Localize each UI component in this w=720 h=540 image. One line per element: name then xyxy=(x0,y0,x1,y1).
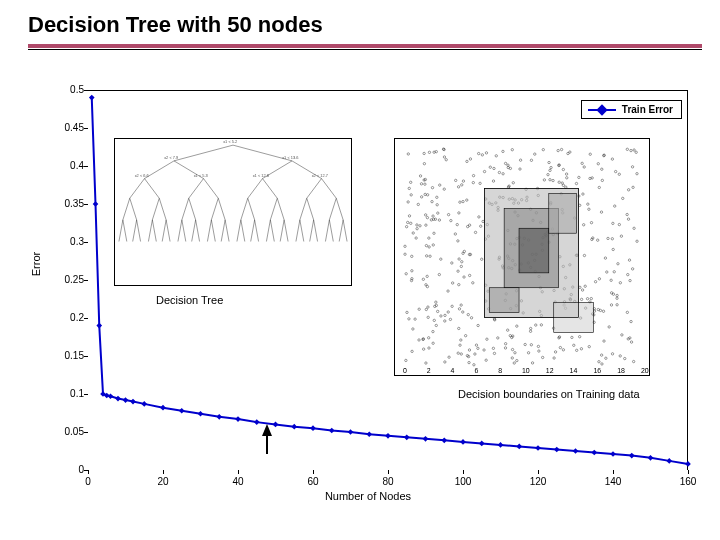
svg-point-382 xyxy=(481,258,483,260)
svg-line-63 xyxy=(270,198,277,220)
svg-point-308 xyxy=(428,246,430,248)
svg-point-296 xyxy=(477,324,479,326)
svg-rect-5 xyxy=(108,393,114,399)
svg-point-500 xyxy=(598,278,600,280)
svg-point-538 xyxy=(636,240,638,242)
svg-point-492 xyxy=(524,343,526,345)
x-tick-label: 100 xyxy=(455,476,472,487)
inset-tree-diagram: x1 < 5.2x2 < 7.9x1 < 13.6x2 < 6.6x1 < 5.… xyxy=(114,138,352,286)
svg-rect-16 xyxy=(273,422,279,428)
svg-point-327 xyxy=(425,244,427,246)
svg-point-427 xyxy=(597,163,599,165)
x-tick xyxy=(463,470,464,474)
svg-line-88 xyxy=(255,220,259,242)
svg-point-174 xyxy=(550,166,552,168)
svg-point-249 xyxy=(433,232,435,234)
svg-point-530 xyxy=(407,221,409,223)
svg-point-357 xyxy=(590,221,592,223)
svg-point-184 xyxy=(447,213,449,215)
svg-point-225 xyxy=(614,170,616,172)
svg-point-401 xyxy=(466,160,468,162)
svg-point-388 xyxy=(462,252,464,254)
svg-point-472 xyxy=(460,265,462,267)
x-axis-label: Number of Nodes xyxy=(48,490,688,502)
svg-rect-30 xyxy=(535,445,541,451)
svg-point-514 xyxy=(485,152,487,154)
svg-point-167 xyxy=(601,179,603,181)
svg-point-355 xyxy=(457,186,459,188)
svg-point-518 xyxy=(603,340,605,342)
svg-point-269 xyxy=(519,168,521,170)
svg-point-550 xyxy=(425,308,427,310)
svg-point-168 xyxy=(519,159,521,161)
x-tick-label: 120 xyxy=(530,476,547,487)
svg-text:x1 < 5.2: x1 < 5.2 xyxy=(223,139,237,144)
svg-point-555 xyxy=(489,166,491,168)
svg-point-438 xyxy=(562,349,564,351)
svg-point-543 xyxy=(428,151,430,153)
svg-line-55 xyxy=(152,198,159,220)
x-tick-label: 160 xyxy=(680,476,697,487)
svg-point-544 xyxy=(444,314,446,316)
svg-point-392 xyxy=(571,336,573,338)
svg-point-485 xyxy=(418,339,420,341)
svg-point-395 xyxy=(616,304,618,306)
svg-rect-15 xyxy=(254,419,260,425)
svg-point-301 xyxy=(587,203,589,205)
svg-line-100 xyxy=(343,220,347,242)
svg-point-526 xyxy=(448,356,450,358)
svg-text:6: 6 xyxy=(474,367,478,374)
svg-point-529 xyxy=(440,258,442,260)
inset-tree-label: Decision Tree xyxy=(154,294,225,306)
svg-point-511 xyxy=(457,240,459,242)
svg-rect-29 xyxy=(516,444,522,450)
svg-point-459 xyxy=(514,352,516,354)
svg-text:20: 20 xyxy=(641,367,649,374)
svg-point-320 xyxy=(474,231,476,233)
svg-point-483 xyxy=(618,173,620,175)
svg-point-165 xyxy=(423,152,425,154)
svg-rect-20 xyxy=(348,429,354,435)
svg-point-402 xyxy=(588,208,590,210)
svg-point-386 xyxy=(552,179,554,181)
svg-point-376 xyxy=(439,184,441,186)
svg-point-211 xyxy=(412,232,414,234)
svg-point-467 xyxy=(426,216,428,218)
svg-point-460 xyxy=(576,349,578,351)
svg-line-50 xyxy=(263,179,278,199)
svg-point-367 xyxy=(593,310,595,312)
svg-rect-6 xyxy=(115,396,121,402)
svg-line-74 xyxy=(152,220,156,242)
svg-text:x1 < 12.8: x1 < 12.8 xyxy=(253,173,270,178)
svg-point-129 xyxy=(422,348,424,350)
svg-rect-27 xyxy=(479,441,485,447)
svg-point-273 xyxy=(424,214,426,216)
x-tick xyxy=(388,470,389,474)
y-tick-label: 0.15 xyxy=(48,350,84,361)
svg-line-64 xyxy=(277,198,284,220)
svg-point-381 xyxy=(426,275,428,277)
svg-point-235 xyxy=(493,352,495,354)
svg-point-209 xyxy=(477,152,479,154)
svg-point-512 xyxy=(610,279,612,281)
svg-point-490 xyxy=(456,223,458,225)
svg-point-444 xyxy=(437,212,439,214)
svg-point-453 xyxy=(427,316,429,318)
svg-line-60 xyxy=(218,198,225,220)
svg-point-214 xyxy=(475,344,477,346)
svg-line-91 xyxy=(280,220,284,242)
y-tick-label: 0.5 xyxy=(48,84,84,95)
svg-point-554 xyxy=(612,248,614,250)
svg-line-85 xyxy=(237,220,241,242)
svg-line-93 xyxy=(296,220,300,242)
svg-rect-17 xyxy=(291,424,297,430)
svg-point-406 xyxy=(432,330,434,332)
svg-line-95 xyxy=(310,220,314,242)
svg-rect-34 xyxy=(610,451,616,457)
svg-line-71 xyxy=(133,220,137,242)
svg-line-62 xyxy=(248,198,255,220)
svg-point-451 xyxy=(600,211,602,213)
svg-point-506 xyxy=(504,162,506,164)
svg-point-513 xyxy=(436,310,438,312)
y-tick-label: 0.35 xyxy=(48,198,84,209)
